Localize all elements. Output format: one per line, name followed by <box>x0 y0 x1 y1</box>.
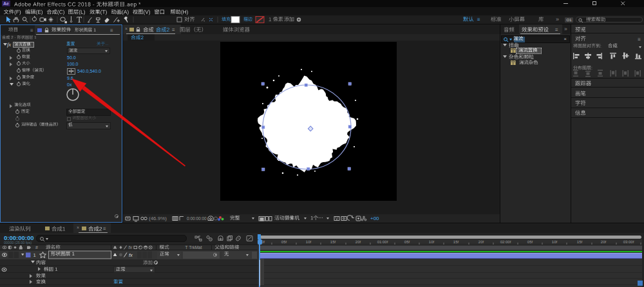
svg-text:02:00f: 02:00f <box>500 240 511 244</box>
svg-text:20f: 20f <box>478 240 484 244</box>
svg-text:20f: 20f <box>355 240 361 244</box>
svg-text:05f: 05f <box>404 240 410 244</box>
svg-text:T: T <box>185 245 188 250</box>
svg-text:10f: 10f <box>429 240 435 244</box>
svg-text:01:00f: 01:00f <box>377 240 388 244</box>
svg-text:TrkMat: TrkMat <box>189 245 202 250</box>
svg-text:fx: fx <box>129 252 133 258</box>
svg-text:10f: 10f <box>552 240 558 244</box>
svg-text:15f: 15f <box>330 240 336 244</box>
svg-text:15f: 15f <box>453 240 459 244</box>
svg-text:#: # <box>35 245 38 250</box>
svg-text:05f: 05f <box>281 240 287 244</box>
svg-text:fx: fx <box>129 245 133 250</box>
svg-text:1: 1 <box>33 252 36 258</box>
svg-text:03:00f: 03:00f <box>623 240 634 244</box>
svg-text:15f: 15f <box>577 240 583 244</box>
svg-text:05f: 05f <box>527 240 533 244</box>
svg-text:20f: 20f <box>601 240 607 244</box>
svg-text:10f: 10f <box>306 240 312 244</box>
